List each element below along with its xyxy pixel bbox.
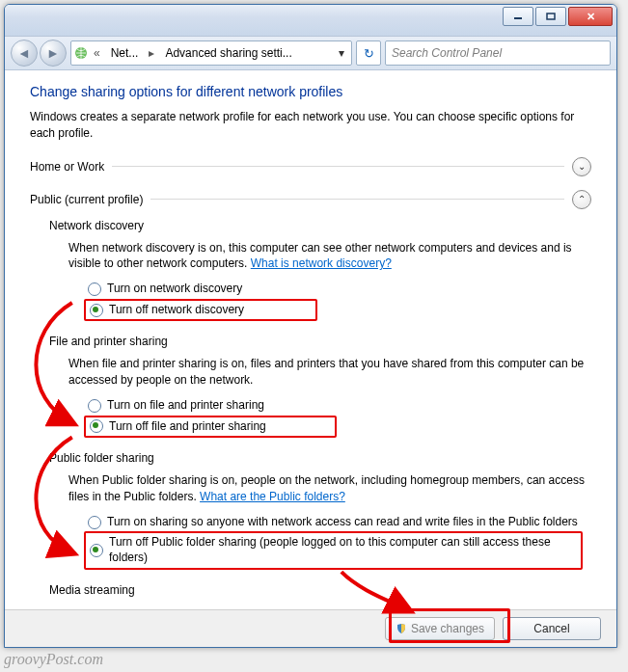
file-printer-desc: When file and printer sharing is on, fil… [68, 356, 591, 389]
radio-label: Turn off file and printer sharing [109, 419, 266, 435]
radio-icon [90, 419, 103, 433]
radio-publicfolder-off[interactable]: Turn off Public folder sharing (people l… [84, 531, 583, 569]
save-label: Save changes [411, 622, 484, 635]
forward-button[interactable]: ► [40, 40, 67, 67]
breadcrumb-dropdown-icon[interactable]: ▾ [334, 46, 349, 60]
radio-netdisc-on[interactable]: Turn on network discovery [84, 280, 591, 299]
radio-label: Turn on sharing so anyone with network a… [107, 515, 578, 530]
radio-icon [90, 304, 103, 317]
chevron-right-icon: ▸ [146, 46, 157, 60]
section-public-label: Public (current profile) [30, 193, 143, 206]
section-home-label: Home or Work [30, 160, 104, 174]
save-changes-button[interactable]: Save changes [385, 617, 495, 640]
titlebar: ✕ [5, 5, 616, 37]
refresh-button[interactable]: ↻ [356, 40, 381, 66]
close-button[interactable]: ✕ [568, 7, 613, 26]
radio-fileprint-on[interactable]: Turn on file and printer sharing [84, 396, 591, 416]
public-folder-heading: Public folder sharing [49, 451, 591, 465]
radio-icon [90, 544, 103, 557]
section-public[interactable]: Public (current profile) ⌃ [30, 188, 591, 211]
radio-label: Turn on file and printer sharing [107, 398, 264, 414]
breadcrumb-seg-2[interactable]: Advanced sharing setti... [159, 43, 297, 63]
radio-publicfolder-on[interactable]: Turn on sharing so anyone with network a… [84, 513, 591, 532]
radio-label: Turn on network discovery [107, 282, 242, 297]
network-discovery-heading: Network discovery [49, 219, 591, 232]
file-printer-heading: File and printer sharing [49, 335, 591, 348]
svg-rect-1 [547, 13, 555, 19]
what-is-network-discovery-link[interactable]: What is network discovery? [251, 256, 392, 270]
chevron-up-icon[interactable]: ⌃ [572, 190, 591, 209]
radio-icon [88, 399, 101, 413]
subsection-file-printer-sharing: File and printer sharing When file and p… [49, 335, 591, 438]
network-icon [73, 45, 89, 61]
radio-label: Turn off network discovery [109, 303, 244, 318]
cancel-button[interactable]: Cancel [503, 617, 601, 640]
chevron-icon: « [91, 46, 103, 60]
control-panel-window: ✕ ◄ ► « Net... ▸ Advanced sharing setti.… [4, 4, 617, 648]
radio-icon [88, 516, 101, 529]
back-button[interactable]: ◄ [11, 40, 38, 67]
subsection-public-folder-sharing: Public folder sharing When Public folder… [49, 451, 591, 569]
search-input[interactable]: Search Control Panel [385, 40, 611, 66]
radio-netdisc-off[interactable]: Turn off network discovery [84, 299, 317, 322]
minimize-button[interactable] [503, 7, 533, 26]
subsection-media-streaming: Media streaming [49, 583, 591, 597]
cancel-label: Cancel [533, 622, 569, 635]
page-description: Windows creates a separate network profi… [30, 109, 591, 142]
watermark: groovyPost.com [4, 651, 103, 668]
shield-icon [396, 623, 407, 634]
content-pane: Change sharing options for different net… [5, 68, 616, 608]
media-streaming-heading: Media streaming [49, 583, 591, 597]
maximize-button[interactable] [535, 7, 566, 26]
search-placeholder: Search Control Panel [392, 46, 502, 60]
radio-icon [88, 282, 101, 296]
action-bar: Save changes Cancel [5, 609, 616, 647]
radio-label: Turn off Public folder sharing (people l… [109, 535, 577, 565]
subsection-network-discovery: Network discovery When network discovery… [49, 219, 591, 322]
breadcrumb[interactable]: « Net... ▸ Advanced sharing setti... ▾ [70, 40, 352, 66]
breadcrumb-seg-1[interactable]: Net... [105, 43, 145, 63]
network-discovery-desc: When network discovery is on, this compu… [68, 240, 591, 273]
public-folder-desc: When Public folder sharing is on, people… [68, 472, 591, 505]
what-are-public-folders-link[interactable]: What are the Public folders? [200, 490, 345, 503]
chevron-down-icon[interactable]: ⌄ [572, 157, 591, 176]
page-title: Change sharing options for different net… [30, 84, 591, 99]
address-bar-row: ◄ ► « Net... ▸ Advanced sharing setti...… [5, 37, 616, 70]
radio-fileprint-off[interactable]: Turn off file and printer sharing [84, 416, 337, 439]
section-home-work[interactable]: Home or Work ⌄ [30, 155, 591, 178]
